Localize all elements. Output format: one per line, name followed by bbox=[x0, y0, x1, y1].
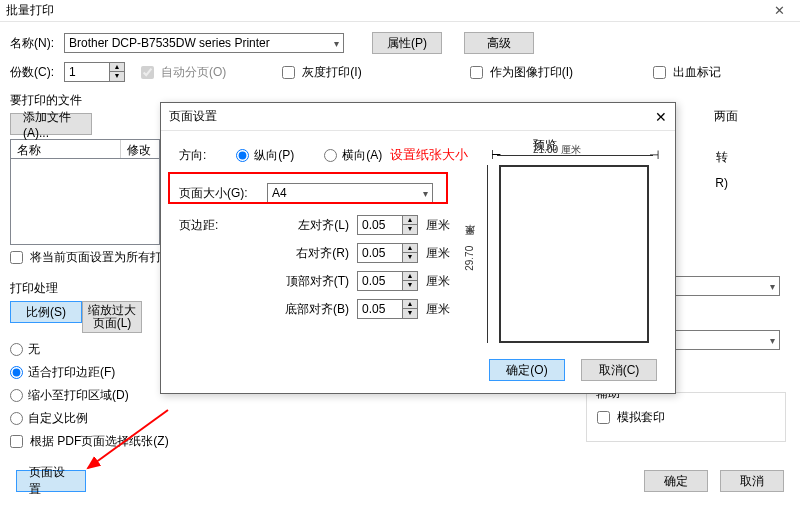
preview-width-label: 21.00 厘米 bbox=[533, 143, 581, 157]
modal-close-icon[interactable]: ✕ bbox=[655, 109, 667, 125]
advanced-button[interactable]: 高级 bbox=[464, 32, 534, 54]
margin-top-spinner[interactable]: ▲▼ bbox=[357, 271, 418, 291]
modal-title: 页面设置 bbox=[169, 108, 655, 125]
modal-ok-button[interactable]: 确定(O) bbox=[489, 359, 565, 381]
printer-value: Brother DCP-B7535DW series Printer bbox=[69, 36, 270, 50]
file-list[interactable] bbox=[10, 159, 160, 245]
chevron-down-icon: ▾ bbox=[770, 281, 775, 292]
main-title: 批量打印 bbox=[6, 2, 764, 19]
main-cancel-button[interactable]: 取消 bbox=[720, 470, 784, 492]
page-preview: ⊢ ⊣ 21.00 厘米 29.70 厘米 bbox=[463, 143, 659, 349]
annotation-box bbox=[168, 172, 448, 204]
margin-right-spinner[interactable]: ▲▼ bbox=[357, 243, 418, 263]
main-titlebar: 批量打印 ✕ bbox=[0, 0, 800, 22]
portrait-radio[interactable]: 纵向(P) bbox=[236, 147, 294, 164]
annotation-arrow bbox=[82, 406, 172, 476]
spin-up-icon[interactable]: ▲ bbox=[110, 63, 124, 72]
simulate-checkbox[interactable]: 模拟套印 bbox=[597, 409, 665, 426]
name-label: 名称(N): bbox=[10, 35, 60, 52]
aux-group: 辅助 模拟套印 bbox=[586, 392, 786, 442]
bleed-checkbox[interactable]: 出血标记 bbox=[653, 64, 721, 81]
landscape-radio[interactable]: 横向(A) bbox=[324, 147, 382, 164]
apply-all-checkbox[interactable]: 将当前页面设置为所有打 bbox=[10, 249, 162, 266]
preview-page bbox=[499, 165, 649, 343]
copies-input[interactable] bbox=[64, 62, 110, 82]
main-close-icon[interactable]: ✕ bbox=[764, 3, 794, 18]
chevron-down-icon: ▾ bbox=[770, 335, 775, 346]
copies-label: 份数(C): bbox=[10, 64, 60, 81]
copies-spinner[interactable]: ▲▼ bbox=[64, 62, 125, 82]
orient-label: 方向: bbox=[179, 147, 206, 164]
printer-combo[interactable]: Brother DCP-B7535DW series Printer ▾ bbox=[64, 33, 344, 53]
margin-label: 页边距: bbox=[179, 218, 218, 232]
main-ok-button[interactable]: 确定 bbox=[644, 470, 708, 492]
tab-shrink[interactable]: 缩放过大页面(L) bbox=[82, 301, 142, 333]
margin-top-label: 顶部对齐(T) bbox=[279, 273, 349, 290]
svg-line-0 bbox=[88, 410, 168, 468]
margin-left-label: 左对齐(L) bbox=[279, 217, 349, 234]
as-image-checkbox[interactable]: 作为图像打印(I) bbox=[470, 64, 573, 81]
add-files-button[interactable]: 添加文件(A)... bbox=[10, 113, 92, 135]
grayscale-checkbox[interactable]: 灰度打印(I) bbox=[282, 64, 361, 81]
tab-scale[interactable]: 比例(S) bbox=[10, 301, 82, 323]
modal-titlebar: 页面设置 ✕ bbox=[161, 103, 675, 131]
margin-right-label: 右对齐(R) bbox=[279, 245, 349, 262]
page-setup-button[interactable]: 页面设置 bbox=[16, 470, 86, 492]
annotation-text: 设置纸张大小 bbox=[390, 146, 468, 164]
file-list-header: 名称 修改 bbox=[10, 139, 160, 159]
preview-height-label: 29.70 厘米 bbox=[463, 243, 477, 271]
spin-down-icon[interactable]: ▼ bbox=[110, 72, 124, 81]
chevron-down-icon: ▾ bbox=[334, 38, 339, 49]
modal-cancel-button[interactable]: 取消(C) bbox=[581, 359, 657, 381]
properties-button[interactable]: 属性(P) bbox=[372, 32, 442, 54]
col-modify[interactable]: 修改 bbox=[121, 140, 157, 158]
col-name[interactable]: 名称 bbox=[11, 140, 121, 158]
margin-bottom-label: 底部对齐(B) bbox=[279, 301, 349, 318]
margin-left-spinner[interactable]: ▲▼ bbox=[357, 215, 418, 235]
collate-checkbox[interactable]: 自动分页(O) bbox=[141, 64, 226, 81]
margin-bottom-spinner[interactable]: ▲▼ bbox=[357, 299, 418, 319]
